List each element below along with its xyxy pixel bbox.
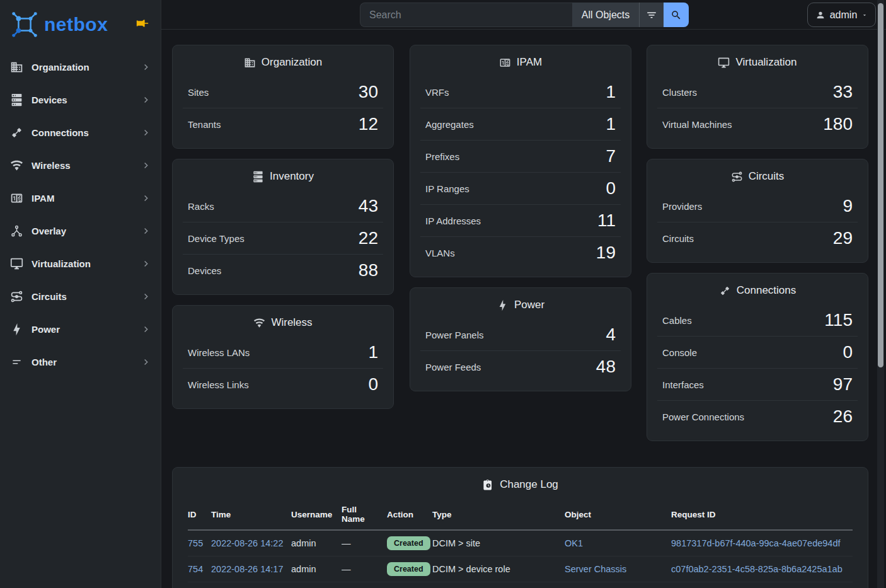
sidebar-item-label: Connections [32,127,141,138]
change-full-name: — [342,582,387,588]
search-scope-button[interactable]: All Objects [572,3,639,27]
change-username: admin [291,582,342,588]
stat-circuits[interactable]: Circuits 29 [647,222,868,254]
stat-power-connections[interactable]: Power Connections 26 [647,401,868,432]
col-id: ID [188,500,211,530]
stat-vlans[interactable]: VLANs 19 [410,237,631,268]
stat-power-panels[interactable]: Power Panels 4 [410,319,631,350]
sidebar-item-label: Other [32,357,141,367]
sidebar-item-connections[interactable]: Connections [0,116,161,149]
stat-ip-ranges[interactable]: IP Ranges 0 [410,173,631,204]
filter-button[interactable] [639,3,664,27]
change-username: admin [291,556,342,582]
sidebar-item-label: Organization [32,62,141,72]
sidebar-item-label: Power [32,324,141,335]
clipboard-clock-icon [482,479,494,491]
change-time-link[interactable]: 2022-08-26 14:17 [211,564,284,574]
stat-power-feeds[interactable]: Power Feeds 48 [410,351,631,383]
brand-name[interactable]: netbox [44,14,108,35]
lightning-icon [497,299,509,311]
stat-clusters[interactable]: Clusters 33 [647,76,868,108]
netbox-logo-icon[interactable] [10,10,39,39]
server-icon [252,171,264,183]
status-badge: Created [387,562,430,576]
stat-providers[interactable]: Providers 9 [647,190,868,222]
wifi-icon [253,317,265,329]
stat-tenants[interactable]: Tenants 12 [173,108,393,140]
stat-cables[interactable]: Cables 115 [647,304,868,336]
stat-interfaces[interactable]: Interfaces 97 [647,369,868,400]
sidebar-item-circuits[interactable]: Circuits [0,280,161,313]
stat-wireless-lans[interactable]: Wireless LANs 1 [173,337,393,368]
plug-icon [10,126,23,139]
stat-wireless-links[interactable]: Wireless Links 0 [173,369,393,400]
sidebar-item-label: Wireless [32,160,141,171]
stat-ip-addresses[interactable]: IP Addresses 11 [410,205,631,236]
sidebar-item-ipam[interactable]: IPAM [0,182,161,214]
change-log-table: ID Time Username Full Name Action Type O… [188,500,853,588]
card-title: Power [410,288,631,319]
search-input[interactable] [360,3,572,27]
scrollbar-thumb[interactable] [878,3,883,367]
stat-sites[interactable]: Sites 30 [173,76,393,108]
user-menu-button[interactable]: admin [807,3,876,27]
lines-icon [10,355,23,369]
stat-prefixes[interactable]: Prefixes 7 [410,141,631,172]
change-object-link[interactable]: OK1 [565,538,583,548]
card-power: Power Power Panels 4 Power Feeds 48 [410,287,631,391]
wifi-icon [10,159,23,172]
sidebar: netbox Organization Devices Connections … [0,0,161,588]
table-header-row: ID Time Username Full Name Action Type O… [188,500,853,530]
page-scrollbar[interactable] [877,0,884,588]
table-row: 755 2022-08-26 14:22 admin — Created DCI… [188,530,853,556]
counter-icon [10,192,23,205]
card-virtualization: Virtualization Clusters 33 Virtual Machi… [647,45,868,149]
change-log-title: Change Log [188,468,853,500]
card-title: Organization [173,45,393,76]
change-id-link[interactable]: 755 [188,538,203,548]
stat-devices[interactable]: Devices 88 [173,255,393,286]
table-row: 753 2022-08-26 14:15 admin — Created DCI… [188,582,853,588]
change-type: DCIM > site [432,530,565,556]
building-icon [10,61,23,74]
stat-racks[interactable]: Racks 43 [173,190,393,222]
sidebar-item-devices[interactable]: Devices [0,83,161,116]
caret-down-icon [861,12,868,18]
col-action: Action [387,500,432,530]
stat-vrfs[interactable]: VRFs 1 [410,76,631,108]
sidebar-item-label: Overlay [32,226,141,236]
stat-aggregates[interactable]: Aggregates 1 [410,108,631,140]
change-full-name: — [342,556,387,582]
search-button[interactable] [664,3,689,27]
stat-virtual-machines[interactable]: Virtual Machines 180 [647,108,868,140]
card-title: Wireless [173,306,393,337]
card-title: IPAM [410,45,631,76]
chevron-right-icon [141,193,151,203]
card-title: Inventory [173,159,393,190]
dashboard: Organization Sites 30 Tenants 12 Invento… [161,30,886,588]
change-id-link[interactable]: 754 [188,564,203,574]
table-row: 754 2022-08-26 14:17 admin — Created DCI… [188,556,853,582]
sidebar-item-label: Circuits [32,291,141,302]
request-id-link[interactable]: 9817317d-b67f-440a-99ca-4ae07ede94df [671,538,840,548]
sidebar-item-organization[interactable]: Organization [0,50,161,83]
change-time-link[interactable]: 2022-08-26 14:22 [211,538,284,548]
sidebar-item-wireless[interactable]: Wireless [0,149,161,182]
sidebar-item-power[interactable]: Power [0,313,161,345]
card-ipam: IPAM VRFs 1 Aggregates 1 Prefixes 7 IP R… [410,45,631,277]
counter-icon [499,57,511,69]
sidebar-item-other[interactable]: Other [0,345,161,378]
sidebar-item-virtualization[interactable]: Virtualization [0,247,161,280]
change-object-link[interactable]: Server Chassis [565,564,626,574]
card-title: Virtualization [647,45,868,76]
stat-device-types[interactable]: Device Types 22 [173,222,393,254]
sidebar-item-label: Virtualization [32,258,141,269]
search-icon [670,9,682,21]
monitor-icon [10,257,23,270]
stat-console[interactable]: Console 0 [647,337,868,368]
col-request-id: Request ID [671,500,853,530]
sidebar-item-overlay[interactable]: Overlay [0,214,161,247]
request-id-link[interactable]: c07f0ab2-2351-4c58-825a-8b6a2425a1ab [671,564,843,574]
username: admin [830,9,858,21]
pin-sidebar-icon[interactable] [135,16,149,30]
